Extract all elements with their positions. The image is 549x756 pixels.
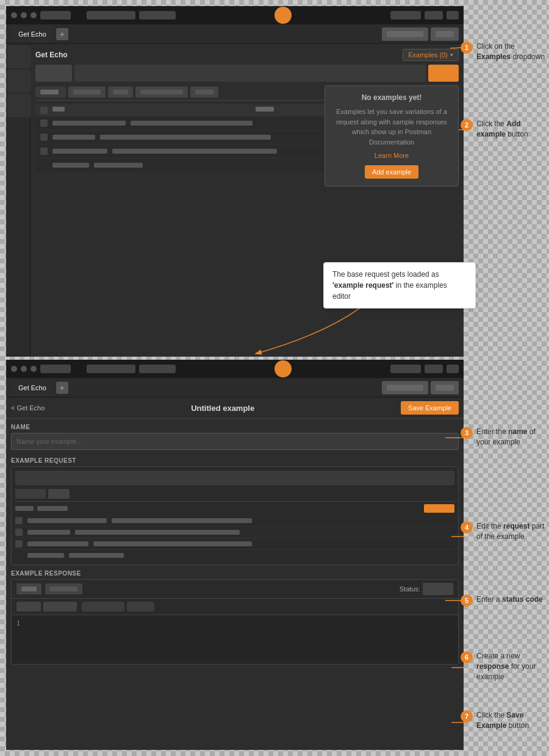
response-preview-btn[interactable] bbox=[82, 602, 124, 612]
sidebar-item-1[interactable] bbox=[7, 45, 30, 68]
pre-request-tab[interactable] bbox=[135, 87, 188, 98]
key-column-header bbox=[52, 107, 251, 114]
annotation-4: 4 Edit the request part of the example bbox=[461, 521, 549, 542]
add-example-button[interactable]: Add example bbox=[365, 165, 418, 179]
body-tab[interactable] bbox=[108, 87, 133, 98]
request-table-row bbox=[15, 527, 454, 538]
example-response-label: EXAMPLE RESPONSE bbox=[11, 570, 459, 577]
annotation-1: 1 Click on the Examples dropdown bbox=[461, 41, 549, 62]
response-format-selector[interactable] bbox=[16, 602, 41, 612]
response-clear-btn[interactable] bbox=[127, 602, 154, 612]
tests-tab[interactable] bbox=[190, 87, 218, 98]
request-table-row bbox=[15, 515, 454, 527]
app-circle-icon-2 bbox=[274, 360, 292, 377]
request-table-row bbox=[15, 538, 454, 550]
tab-right-btn-3[interactable] bbox=[382, 381, 428, 394]
step-number-2: 2 bbox=[461, 119, 473, 131]
annotation-3: 3 Enter the name of your example bbox=[461, 427, 549, 448]
step-number-5: 5 bbox=[461, 594, 473, 607]
sidebar-item-3[interactable] bbox=[7, 94, 30, 117]
annotation-2: 2 Click the Add example button bbox=[461, 119, 549, 140]
step-number-1: 1 bbox=[461, 41, 473, 54]
new-tab-button[interactable]: + bbox=[56, 28, 68, 40]
status-code-input[interactable] bbox=[423, 583, 453, 595]
examples-dropdown[interactable]: Examples (0) ▾ bbox=[403, 49, 459, 61]
tab-right-btn-1[interactable] bbox=[382, 27, 428, 41]
response-body-tab[interactable] bbox=[16, 583, 41, 594]
status-label: Status: bbox=[400, 585, 420, 593]
example-title: Untitled example bbox=[191, 404, 254, 413]
tab-get-echo[interactable]: Get Echo bbox=[11, 26, 54, 42]
callout-base-request: The base request gets loaded as 'example… bbox=[323, 262, 476, 308]
url-input[interactable] bbox=[74, 65, 426, 82]
sidebar-item-2[interactable] bbox=[7, 70, 30, 93]
examples-dropdown-popup: No examples yet! Examples let you save v… bbox=[325, 85, 459, 187]
response-body-editor[interactable]: 1 bbox=[12, 615, 458, 664]
new-tab-button-2[interactable]: + bbox=[56, 382, 68, 394]
annotation-6: 6 Create a new response for your example bbox=[461, 651, 549, 682]
annotation-5: 5 Enter a status code bbox=[461, 594, 549, 607]
step-number-6: 6 bbox=[461, 651, 473, 663]
request-name: Get Echo bbox=[35, 51, 68, 59]
examples-description: Examples let you save variations of a re… bbox=[332, 107, 451, 147]
app-circle-icon bbox=[274, 7, 292, 24]
tab-right-btn-2[interactable] bbox=[431, 27, 459, 41]
annotation-7: 7 Click the Save Example button bbox=[461, 710, 549, 731]
tab-right-btn-4[interactable] bbox=[431, 381, 459, 394]
send-button[interactable] bbox=[428, 65, 459, 82]
request-table-row bbox=[15, 550, 454, 561]
learn-more-link[interactable]: Learn More bbox=[332, 152, 451, 159]
tab-get-echo-2[interactable]: Get Echo bbox=[11, 380, 54, 396]
table-select-all[interactable] bbox=[40, 107, 48, 114]
dropdown-arrow-icon: ▾ bbox=[450, 52, 453, 58]
name-input[interactable]: Name your example... bbox=[11, 433, 459, 450]
save-example-button[interactable]: Save Example bbox=[401, 401, 459, 415]
no-examples-title: No examples yet! bbox=[332, 93, 451, 102]
step-number-4: 4 bbox=[461, 521, 473, 533]
section2-screenshot: Get Echo + < Get Echo Untitled example S… bbox=[6, 360, 464, 750]
name-section-label: NAME bbox=[11, 424, 459, 430]
back-link[interactable]: < Get Echo bbox=[11, 404, 45, 412]
step-number-7: 7 bbox=[461, 710, 473, 722]
response-headers-tab[interactable] bbox=[45, 583, 82, 594]
response-raw-toggle[interactable] bbox=[43, 602, 77, 612]
example-request-label: EXAMPLE REQUEST bbox=[11, 457, 459, 464]
step-number-3: 3 bbox=[461, 427, 473, 439]
method-selector[interactable] bbox=[35, 65, 72, 82]
params-tab[interactable] bbox=[35, 87, 66, 98]
headers-tab[interactable] bbox=[68, 87, 106, 98]
orange-action-bar bbox=[424, 504, 454, 513]
